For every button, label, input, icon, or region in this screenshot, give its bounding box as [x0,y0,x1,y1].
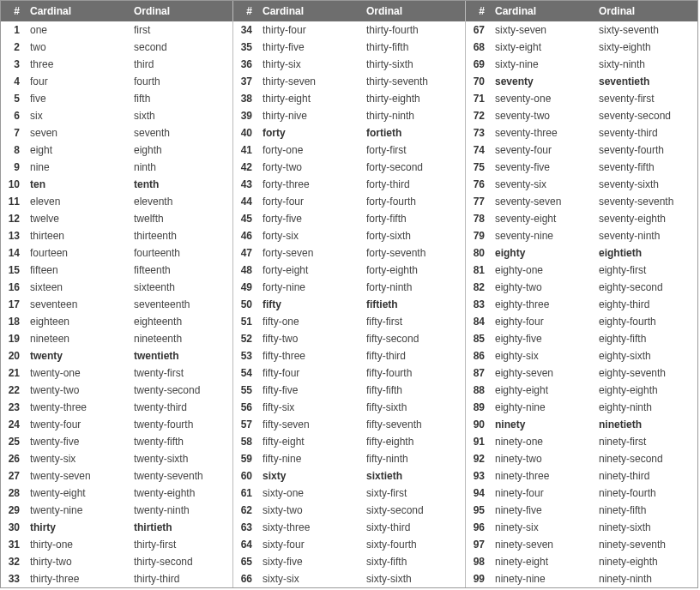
cell-ordinal: twentieth [129,347,232,364]
cell-ordinal: forty-sixth [361,227,465,244]
header-number: # [233,1,257,21]
cell-cardinal: sixty-three [257,519,361,536]
table-row: 62sixty-twosixty-second [233,502,465,519]
cell-ordinal: thirty-fourth [361,21,465,39]
cell-number: 55 [233,382,257,399]
table-row: 18eighteeneighteenth [1,313,232,330]
cell-cardinal: forty-one [257,141,361,159]
header-number: # [1,1,25,21]
cell-ordinal: sixty-ninth [594,56,697,73]
cell-cardinal: fifty-nine [257,450,361,467]
table-row: 41forty-oneforty-first [233,141,465,159]
cell-ordinal: fifty-ninth [361,450,465,467]
cell-number: 73 [466,124,490,141]
cell-number: 91 [466,433,490,450]
table-row: 7sevenseventh [1,124,232,141]
table-row: 79seventy-nineseventy-ninth [466,227,697,244]
table-row: 54fifty-fourfifty-fourth [233,364,465,382]
cell-ordinal: seventy-ninth [594,227,697,244]
cell-cardinal: fifty-four [257,364,361,382]
numbers-table-wrapper: # Cardinal Ordinal 1onefirst2twosecond3t… [0,0,698,588]
table-header-row: # Cardinal Ordinal [466,1,697,21]
cell-ordinal: fifty-sixth [361,399,465,416]
cell-number: 30 [1,519,25,536]
numbers-table-2: # Cardinal Ordinal 34thirty-fourthirty-f… [233,1,465,587]
cell-number: 58 [233,433,257,450]
cell-number: 35 [233,39,257,56]
cell-cardinal: fifty-three [257,347,361,364]
cell-ordinal: eighty-ninth [594,399,697,416]
table-row: 76seventy-sixseventy-sixth [466,176,697,193]
cell-cardinal: ninety-seven [490,536,594,553]
cell-ordinal: thirty-third [129,570,232,587]
cell-ordinal: sixty-sixth [361,570,465,587]
cell-number: 75 [466,159,490,176]
table-row: 91ninety-oneninety-first [466,433,697,450]
table-row: 1onefirst [1,21,232,39]
cell-ordinal: seventeenth [129,296,232,313]
cell-number: 56 [233,399,257,416]
cell-number: 61 [233,485,257,502]
cell-number: 14 [1,244,25,262]
cell-cardinal: eight [25,141,129,159]
table-row: 87eighty-seveneighty-seventh [466,364,697,382]
cell-cardinal: eighty-one [490,262,594,279]
table-row: 63sixty-threesixty-third [233,519,465,536]
cell-number: 20 [1,347,25,364]
cell-number: 8 [1,141,25,159]
table-row: 9nineninth [1,159,232,176]
cell-cardinal: seventy-five [490,159,594,176]
cell-cardinal: sixty [257,467,361,485]
cell-number: 13 [1,227,25,244]
cell-cardinal: twenty-seven [25,467,129,485]
cell-ordinal: sixth [129,107,232,124]
cell-number: 32 [1,553,25,570]
table-row: 6sixsixth [1,107,232,124]
cell-number: 2 [1,39,25,56]
table-header-row: # Cardinal Ordinal [1,1,232,21]
numbers-table-3: # Cardinal Ordinal 67sixty-sevensixty-se… [466,1,697,587]
cell-number: 63 [233,519,257,536]
table-row: 66sixty-sixsixty-sixth [233,570,465,587]
cell-ordinal: twenty-eighth [129,485,232,502]
table-row: 8eighteighth [1,141,232,159]
cell-ordinal: fifty-second [361,330,465,347]
cell-cardinal: twenty-two [25,382,129,399]
cell-number: 70 [466,73,490,90]
table-row: 40fortyfortieth [233,124,465,141]
cell-ordinal: twenty-seventh [129,467,232,485]
cell-ordinal: forty-fourth [361,193,465,210]
cell-ordinal: thirty-seventh [361,73,465,90]
table-row: 71seventy-oneseventy-first [466,90,697,107]
cell-cardinal: three [25,56,129,73]
cell-ordinal: nineteenth [129,330,232,347]
table-row: 97ninety-sevenninety-seventh [466,536,697,553]
cell-cardinal: twenty-nine [25,502,129,519]
cell-ordinal: sixty-seventh [594,21,697,39]
table-row: 48forty-eightforty-eighth [233,262,465,279]
cell-ordinal: first [129,21,232,39]
cell-cardinal: sixty-six [257,570,361,587]
tbody-1: 1onefirst2twosecond3threethird4fourfourt… [1,21,232,587]
cell-cardinal: forty [257,124,361,141]
cell-number: 84 [466,313,490,330]
table-row: 34thirty-fourthirty-fourth [233,21,465,39]
cell-cardinal: sixteen [25,279,129,296]
table-row: 43forty-threeforty-third [233,176,465,193]
cell-cardinal: six [25,107,129,124]
cell-cardinal: fifty [257,296,361,313]
cell-ordinal: eighty-fourth [594,313,697,330]
table-row: 52fifty-twofifty-second [233,330,465,347]
table-row: 36thirty-sixthirty-sixth [233,56,465,73]
cell-cardinal: forty-two [257,159,361,176]
table-row: 13thirteenthirteenth [1,227,232,244]
cell-ordinal: ninety-sixth [594,519,697,536]
cell-ordinal: fifty-third [361,347,465,364]
cell-ordinal: sixty-eighth [594,39,697,56]
table-row: 55fifty-fivefifty-fifth [233,382,465,399]
cell-ordinal: twelfth [129,210,232,227]
cell-ordinal: third [129,56,232,73]
cell-ordinal: thirtieth [129,519,232,536]
cell-cardinal: fifty-five [257,382,361,399]
cell-cardinal: fifty-six [257,399,361,416]
